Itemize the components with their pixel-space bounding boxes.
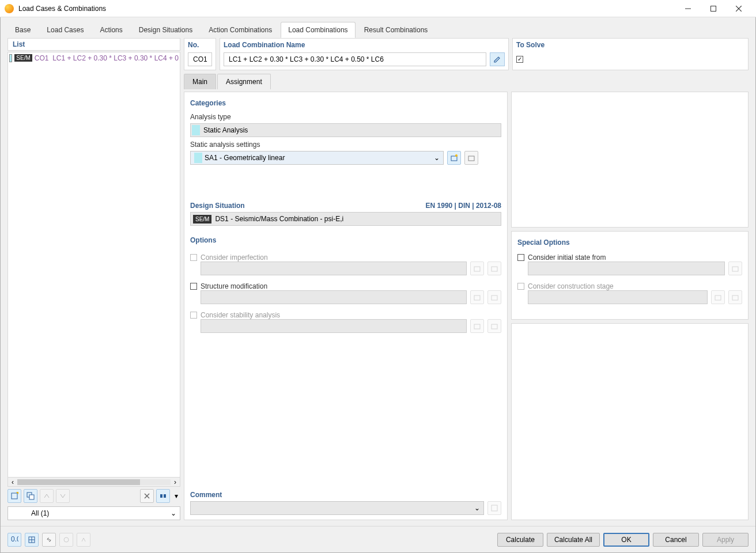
tool-button-1 bbox=[59, 533, 73, 547]
structure-mod-edit-button bbox=[487, 290, 501, 304]
delete-button[interactable] bbox=[140, 489, 154, 503]
new-settings-button[interactable] bbox=[447, 151, 461, 165]
imperfection-label: Consider imperfection bbox=[201, 253, 268, 262]
imperfection-field bbox=[201, 262, 467, 275]
initial-state-field bbox=[528, 262, 725, 275]
to-solve-checkbox[interactable] bbox=[516, 56, 523, 63]
to-solve-header: To Solve bbox=[516, 40, 744, 50]
list-body[interactable]: SE/M CO1 LC1 + LC2 + 0.30 * LC3 + 0.30 *… bbox=[7, 52, 180, 478]
special-options-box: Special Options Consider initial state f… bbox=[511, 231, 749, 320]
detail-panel: No. CO1 Load Combination Name LC1 + LC2 … bbox=[184, 38, 749, 520]
link-button[interactable] bbox=[42, 533, 56, 547]
apply-button[interactable]: Apply bbox=[702, 533, 749, 547]
list-item[interactable]: SE/M CO1 LC1 + LC2 + 0.30 * LC3 + 0.30 *… bbox=[8, 52, 180, 64]
to-solve-group: To Solve bbox=[512, 38, 749, 70]
construction-stage-checkbox bbox=[517, 283, 524, 290]
analysis-type-field: Static Analysis bbox=[190, 123, 501, 137]
rename-button[interactable] bbox=[490, 52, 505, 66]
maximize-button[interactable] bbox=[701, 0, 726, 17]
view-mode-button[interactable] bbox=[156, 489, 170, 503]
close-button[interactable] bbox=[726, 0, 751, 17]
stability-checkbox bbox=[190, 312, 197, 319]
structure-mod-checkbox[interactable] bbox=[190, 283, 197, 290]
form-left: Categories Analysis type Static Analysis… bbox=[184, 92, 508, 520]
chevron-down-icon: ⌄ bbox=[434, 154, 440, 162]
list-item-name: LC1 + LC2 + 0.30 * LC3 + 0.30 * LC4 + 0 bbox=[52, 54, 179, 62]
design-situation-header: Design Situation bbox=[190, 202, 245, 210]
new-button[interactable] bbox=[7, 489, 21, 503]
sort-desc-button[interactable] bbox=[56, 489, 70, 503]
view-mode-dropdown[interactable]: ▾ bbox=[172, 489, 180, 503]
tab-load-cases[interactable]: Load Cases bbox=[39, 22, 91, 38]
table-button[interactable] bbox=[25, 533, 39, 547]
construction-stage-field bbox=[528, 290, 708, 304]
name-input[interactable]: LC1 + LC2 + 0.30 * LC3 + 0.30 * LC4 + 0.… bbox=[224, 52, 486, 66]
list-filter-dropdown[interactable]: All (1) ⌄ bbox=[7, 506, 180, 520]
name-header: Load Combination Name bbox=[224, 40, 505, 50]
edit-settings-button[interactable] bbox=[464, 151, 478, 165]
units-button[interactable]: 0.00 bbox=[7, 533, 21, 547]
svg-rect-16 bbox=[474, 296, 480, 300]
horizontal-scrollbar[interactable]: ‹ › bbox=[7, 478, 180, 487]
tab-action-combinations[interactable]: Action Combinations bbox=[201, 22, 279, 38]
comment-input[interactable]: ⌄ bbox=[190, 501, 484, 515]
no-input[interactable]: CO1 bbox=[188, 52, 212, 66]
app-icon bbox=[5, 4, 14, 13]
ok-button[interactable]: OK bbox=[603, 533, 649, 547]
list-filter-value: All (1) bbox=[12, 509, 49, 517]
scroll-right-icon[interactable]: › bbox=[171, 478, 180, 486]
list-item-id: CO1 bbox=[35, 54, 49, 62]
static-settings-dropdown[interactable]: SA1 - Geometrically linear ⌄ bbox=[190, 151, 444, 165]
initial-state-edit-button bbox=[728, 262, 742, 275]
initial-state-checkbox[interactable] bbox=[517, 254, 524, 261]
calculate-all-button[interactable]: Calculate All bbox=[547, 533, 600, 547]
svg-rect-10 bbox=[164, 494, 166, 498]
tab-actions[interactable]: Actions bbox=[92, 22, 130, 38]
copy-button[interactable] bbox=[24, 489, 37, 503]
construction-stage-label: Consider construction stage bbox=[528, 282, 614, 290]
scroll-left-icon[interactable]: ‹ bbox=[8, 478, 17, 486]
svg-rect-1 bbox=[711, 6, 716, 11]
svg-rect-15 bbox=[492, 267, 497, 271]
tab-assignment[interactable]: Assignment bbox=[217, 74, 271, 89]
list-item-swatch bbox=[9, 54, 12, 62]
calculate-button[interactable]: Calculate bbox=[497, 533, 543, 547]
tab-main[interactable]: Main bbox=[184, 74, 216, 89]
footer: 0.00 Calculate Calculate All OK Cancel A… bbox=[1, 526, 755, 552]
special-options-header: Special Options bbox=[517, 238, 742, 247]
svg-rect-14 bbox=[474, 267, 480, 271]
form-right: Special Options Consider initial state f… bbox=[511, 92, 749, 520]
info-box bbox=[511, 323, 749, 520]
construction-stage-new-button bbox=[711, 290, 725, 304]
design-situation-field: SE/M DS1 - Seismic/Mass Combination - ps… bbox=[190, 212, 501, 226]
list-item-badge: SE/M bbox=[14, 54, 32, 62]
comment-header: Comment bbox=[190, 491, 501, 499]
tab-base[interactable]: Base bbox=[7, 22, 38, 38]
tab-result-combinations[interactable]: Result Combinations bbox=[357, 22, 436, 38]
stability-field bbox=[201, 319, 467, 333]
structure-mod-new-button bbox=[470, 290, 484, 304]
stability-label: Consider stability analysis bbox=[201, 311, 280, 319]
svg-rect-22 bbox=[715, 296, 721, 300]
cancel-button[interactable]: Cancel bbox=[653, 533, 699, 547]
imperfection-edit-button bbox=[487, 262, 501, 275]
minimize-button[interactable] bbox=[675, 0, 701, 17]
structure-mod-label: Structure modification bbox=[201, 282, 267, 290]
list-toolbar: ▾ bbox=[7, 487, 180, 505]
svg-rect-17 bbox=[492, 296, 497, 300]
chevron-down-icon: ⌄ bbox=[171, 509, 176, 517]
categories-header: Categories bbox=[190, 99, 501, 107]
tab-design-situations[interactable]: Design Situations bbox=[131, 22, 200, 38]
no-group: No. CO1 bbox=[184, 38, 216, 70]
svg-rect-11 bbox=[451, 156, 457, 161]
design-situation-badge: SE/M bbox=[193, 215, 211, 224]
options-header: Options bbox=[190, 236, 501, 244]
tab-load-combinations[interactable]: Load Combinations bbox=[281, 22, 355, 38]
svg-rect-6 bbox=[29, 495, 34, 499]
stability-edit-button bbox=[487, 319, 501, 333]
svg-rect-21 bbox=[732, 267, 738, 271]
stability-new-button bbox=[470, 319, 484, 333]
sort-asc-button[interactable] bbox=[40, 489, 54, 503]
svg-rect-23 bbox=[732, 296, 738, 300]
imperfection-checkbox bbox=[190, 254, 197, 261]
